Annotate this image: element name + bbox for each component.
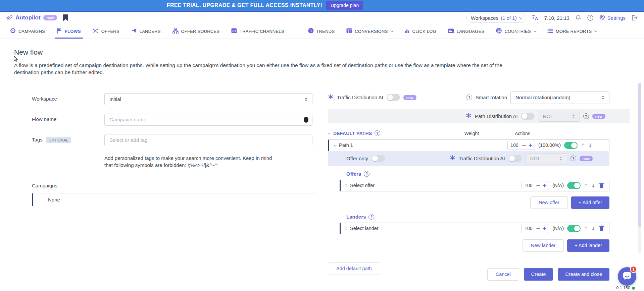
help-icon[interactable]: ? [587,14,594,21]
path-weight-input[interactable] [508,142,520,148]
path-traffic-ai-toggle[interactable] [508,155,522,162]
campaigns-label: Campaigns [32,183,324,188]
decrease-weight-icon[interactable] [536,226,540,231]
chevron-down-icon [595,29,597,32]
add-default-path-button[interactable]: Add default path [328,263,380,275]
new-badge: new [403,95,416,100]
tab-traffic-channels[interactable]: Ad TRAFFIC CHANNELS [231,24,284,39]
move-up-icon[interactable] [584,183,588,188]
flow-color-picker[interactable] [304,117,308,123]
upgrade-plan-button[interactable]: Upgrade plan [326,1,363,10]
settings-button[interactable]: Settings [599,14,626,21]
move-up-icon[interactable] [584,226,588,231]
workspaces-count: (1 of 1) [501,15,517,21]
move-down-icon[interactable] [591,183,595,188]
settings-label: Settings [607,15,626,21]
increase-weight-icon[interactable] [528,143,533,148]
delete-trash-icon[interactable] [599,182,604,188]
flow-settings-column: Workspace Initial Flow name Tags [4,81,324,257]
lander-select[interactable]: 1. Select lander [345,226,522,231]
offer-stat: (N/A) [552,183,564,188]
tab-flows[interactable]: FLOWS [57,24,81,39]
campaigns-value: None [32,193,315,206]
table-icon [346,28,352,34]
tab-offers[interactable]: OFFERS [93,24,119,39]
smart-rotation-help-icon[interactable] [466,95,472,100]
move-down-icon[interactable] [588,143,592,148]
increase-weight-icon[interactable] [542,226,547,231]
scrollbar-thumb[interactable] [638,83,641,227]
main-nav: CAMPAIGNS FLOWS OFFERS [0,24,644,39]
tab-more-reports[interactable]: MORE REPORTS [547,24,597,39]
logout-icon[interactable] [631,14,638,21]
default-paths-help-icon[interactable] [375,130,380,136]
tab-campaigns[interactable]: CAMPAIGNS [10,24,45,39]
app-header: Autopilot new Workspaces (1 of 1) x A 7.… [0,12,644,24]
path-row: Path 1 (100.00%) [328,139,609,151]
offer-weight-input[interactable] [523,183,534,188]
add-lander-button[interactable]: + Add lander [567,239,609,252]
brand-new-badge: new [43,15,57,20]
tags-input[interactable] [104,134,312,146]
scrollbar[interactable] [638,83,641,253]
tab-conversions[interactable]: CONVERSIONS [346,24,392,39]
tab-offer-sources[interactable]: OFFER SOURCES [172,24,220,39]
add-offer-button[interactable]: + Add offer [571,196,609,209]
smart-rotation-select[interactable]: Normal rotation(random) [510,91,609,104]
language-card-icon [448,28,454,34]
bookmark-icon[interactable] [63,14,68,21]
workspaces-dropdown[interactable]: Workspaces (1 of 1) [466,13,526,23]
smart-rotation-label: Smart rotation [476,95,507,100]
path-distribution-row: Path Distribution AI ROI new [328,109,630,123]
decrease-weight-icon[interactable] [522,143,526,148]
offers-section: Offers 1. Select offer [328,171,609,209]
path-options-row: Offer only Traffic Distribution AI ROI [328,151,609,166]
decrease-weight-icon[interactable] [536,183,540,188]
svg-text:A: A [535,16,538,21]
translate-icon[interactable]: x A [532,14,539,21]
move-up-icon[interactable] [581,143,585,148]
roi-value: ROI [543,113,552,119]
path-distribution-help-icon[interactable] [583,113,589,119]
notifications-bell-icon[interactable] [575,14,582,21]
tab-click-log[interactable]: CLICK LOG [404,24,436,39]
path-enabled-toggle[interactable] [564,142,578,149]
brand[interactable]: Autopilot new [6,14,57,21]
tab-languages[interactable]: LANGUAGES [448,24,485,39]
tags-label: Tags [32,137,43,142]
increase-weight-icon[interactable] [542,183,547,188]
default-paths-header[interactable]: DEFAULT PATHS [328,130,447,136]
chat-widget-button[interactable]: 1 [618,267,636,286]
move-down-icon[interactable] [591,226,595,231]
campaigns-list: None [32,193,315,206]
flow-name-input[interactable] [104,114,312,126]
list-icon [547,28,553,35]
weight-column-header: Weight [447,131,496,136]
traffic-distribution-ai-toggle[interactable] [387,94,400,101]
tab-landers[interactable]: LANDERS [131,24,161,39]
path-distribution-ai-toggle[interactable] [521,113,535,120]
lander-weight-input[interactable] [523,226,534,231]
tab-countries[interactable]: COUNTRIES [496,24,535,39]
mouse-cursor [13,56,19,64]
offer-enabled-toggle[interactable] [567,182,581,189]
lander-enabled-toggle[interactable] [567,225,581,232]
offers-help-icon[interactable] [364,171,369,177]
offer-select[interactable]: 1. Select offer [345,183,522,188]
new-lander-button[interactable]: New lander [523,239,564,252]
flow-paths-column: Traffic Distribution AI new Smart rotati… [324,81,640,257]
new-badge: new [580,156,593,161]
path-traffic-roi-select[interactable]: ROI [525,153,567,164]
offer-only-toggle[interactable] [371,155,385,162]
landers-heading: Landers [346,214,366,220]
path-roi-select[interactable]: ROI [538,111,580,122]
path-toggle-expand[interactable]: Path 1 [334,142,507,148]
landers-help-icon[interactable] [368,214,374,220]
workspace-select[interactable]: Initial [104,93,312,105]
gears-icon [6,14,13,21]
new-offer-button[interactable]: New offer [530,196,568,209]
tab-trends[interactable]: TRENDS [308,24,335,39]
delete-trash-icon[interactable] [599,225,604,231]
traffic-ai-help-icon[interactable] [571,156,576,161]
gear-icon [599,14,605,21]
